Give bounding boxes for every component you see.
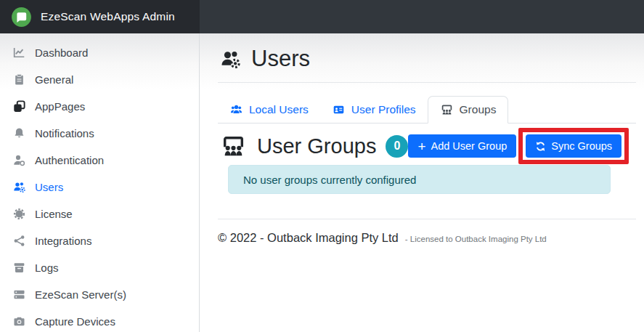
clipboard-icon	[13, 73, 25, 86]
add-user-group-label: Add User Group	[431, 140, 508, 152]
no-groups-alert: No user groups currently configured	[228, 165, 611, 194]
sidebar-item-integrations[interactable]: Integrations	[0, 227, 199, 254]
sidebar-item-label: General	[35, 72, 73, 87]
add-user-group-button[interactable]: + Add User Group	[408, 134, 516, 158]
page-footer: © 2022 - Outback Imaging Pty Ltd - Licen…	[218, 231, 636, 245]
sync-groups-button[interactable]: Sync Groups	[526, 134, 621, 158]
users-gear-icon	[13, 181, 25, 193]
user-shield-icon	[13, 154, 25, 166]
sidebar-item-label: Authentication	[35, 153, 104, 168]
sidebar-item-label: Dashboard	[35, 45, 88, 60]
footer-divider	[218, 219, 636, 219]
groups-heading: User Groups	[257, 134, 376, 158]
archive-icon	[13, 262, 25, 274]
server-icon	[13, 288, 25, 301]
sync-groups-label: Sync Groups	[551, 140, 612, 152]
top-navbar: EzeScan WebApps Admin	[0, 0, 644, 33]
camera-icon	[13, 315, 25, 328]
tab-label: Groups	[460, 103, 497, 116]
users-tabs: Local Users User Profiles	[218, 96, 636, 124]
sidebar-item-label: EzeScan Server(s)	[35, 287, 126, 302]
sidebar-item-label: Integrations	[35, 233, 91, 248]
sidebar-item-dashboard[interactable]: Dashboard	[0, 39, 199, 66]
app-title: EzeScan WebApps Admin	[41, 10, 175, 23]
annotation-highlight-box: Sync Groups	[518, 128, 629, 164]
ezescan-logo-icon	[11, 7, 32, 28]
sidebar-item-ezescan-servers[interactable]: EzeScan Server(s)	[0, 281, 199, 308]
navbar-spacer	[200, 0, 644, 33]
sidebar-item-label: License	[35, 206, 73, 222]
plus-icon: +	[417, 139, 425, 153]
screen-users-icon	[220, 134, 247, 158]
title-divider	[218, 82, 636, 83]
sync-icon	[535, 141, 546, 152]
sidebar-item-notifications[interactable]: Notifications	[0, 120, 199, 147]
tab-groups[interactable]: Groups	[428, 96, 509, 124]
sidebar-item-label: Logs	[35, 260, 59, 275]
chart-line-icon	[13, 46, 25, 59]
sidebar-item-label: Users	[35, 179, 63, 195]
sidebar-item-label: Capture Devices	[35, 314, 115, 329]
tab-label: Local Users	[249, 103, 309, 116]
main-content: Users Local Users	[200, 33, 644, 332]
seal-icon	[13, 208, 25, 220]
sidebar-item-logs[interactable]: Logs	[0, 254, 199, 281]
app-brand[interactable]: EzeScan WebApps Admin	[0, 0, 200, 33]
screen-users-icon	[440, 104, 454, 116]
tab-label: User Profiles	[351, 103, 416, 116]
pages-icon	[13, 100, 25, 113]
sidebar-item-license[interactable]: License	[0, 201, 199, 227]
share-nodes-icon	[13, 235, 25, 247]
page-title: Users	[219, 46, 636, 72]
id-card-icon	[332, 104, 346, 116]
sidebar-item-general[interactable]: General	[0, 66, 199, 93]
tab-user-profiles[interactable]: User Profiles	[320, 97, 428, 123]
sidebar-nav: Dashboard General AppPages	[0, 33, 200, 332]
sidebar-item-users[interactable]: Users	[0, 174, 199, 201]
page-body: Dashboard General AppPages	[0, 33, 644, 332]
users-icon	[229, 104, 243, 116]
sidebar-item-label: Notifications	[35, 126, 94, 141]
tab-local-users[interactable]: Local Users	[218, 97, 320, 123]
bell-icon	[13, 127, 25, 139]
alert-text: No user groups currently configured	[243, 174, 416, 186]
licensed-text: - Licensed to Outback Imaging Pty Ltd	[405, 235, 547, 243]
group-count-badge: 0	[386, 135, 408, 158]
sidebar-item-capture-devices[interactable]: Capture Devices	[0, 308, 199, 332]
page-title-text: Users	[251, 46, 310, 72]
users-gear-icon	[219, 49, 242, 69]
copyright-text: © 2022 - Outback Imaging Pty Ltd	[218, 231, 399, 245]
sidebar-item-label: AppPages	[35, 99, 85, 114]
groups-panel-header: User Groups 0 + Add User Group	[218, 128, 636, 164]
groups-panel: User Groups 0 + Add User Group	[218, 128, 636, 194]
sidebar-item-apppages[interactable]: AppPages	[0, 93, 199, 120]
sidebar-item-authentication[interactable]: Authentication	[0, 147, 199, 174]
